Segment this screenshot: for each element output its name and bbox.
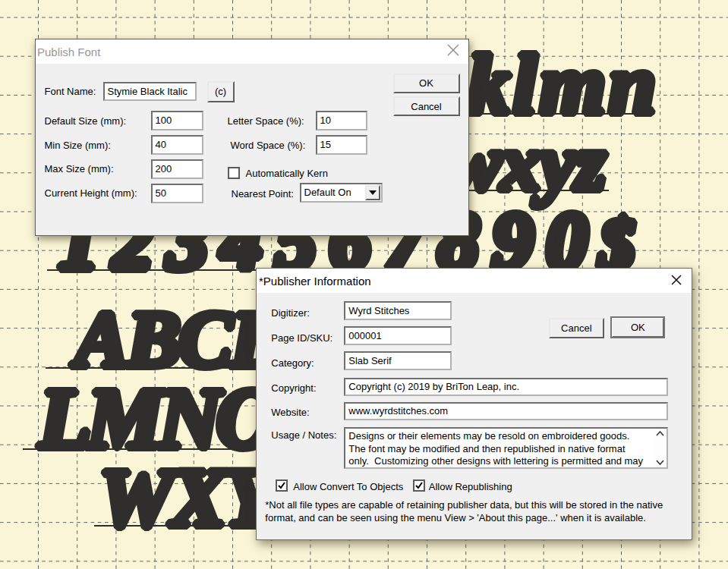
svg-text:klmn: klmn xyxy=(468,37,659,131)
svg-text:WXY: WXY xyxy=(99,451,282,544)
